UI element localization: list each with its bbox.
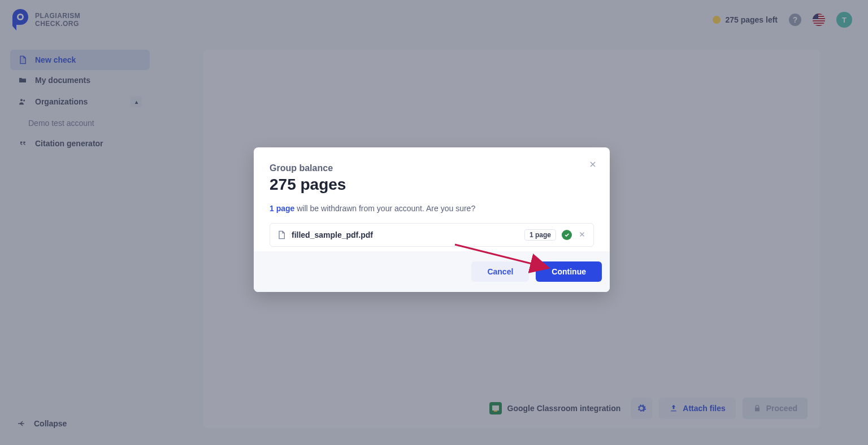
close-icon [579,231,585,238]
check-icon [562,230,572,240]
modal-close-button[interactable] [587,159,598,170]
confirm-modal: Group balance 275 pages 1 page will be w… [254,147,610,292]
modal-message-highlight: 1 page [270,204,294,213]
file-icon [277,230,286,239]
cancel-button[interactable]: Cancel [471,261,529,282]
modal-message-rest: will be withdrawn from your account. Are… [294,204,475,213]
modal-title: 275 pages [270,176,594,194]
modal-subtitle: Group balance [270,163,594,173]
file-name: filled_sample_pdf.pdf [292,230,519,239]
modal-message: 1 page will be withdrawn from your accou… [270,204,594,213]
file-row: filled_sample_pdf.pdf 1 page [270,223,594,247]
remove-file-button[interactable] [578,230,587,239]
app-root: PLAGIARISM CHECK.ORG 275 pages left ? T [0,0,868,445]
continue-button[interactable]: Continue [536,261,602,282]
close-icon [589,160,597,168]
modal-footer: Cancel Continue [254,251,610,292]
page-count-badge: 1 page [524,229,556,241]
